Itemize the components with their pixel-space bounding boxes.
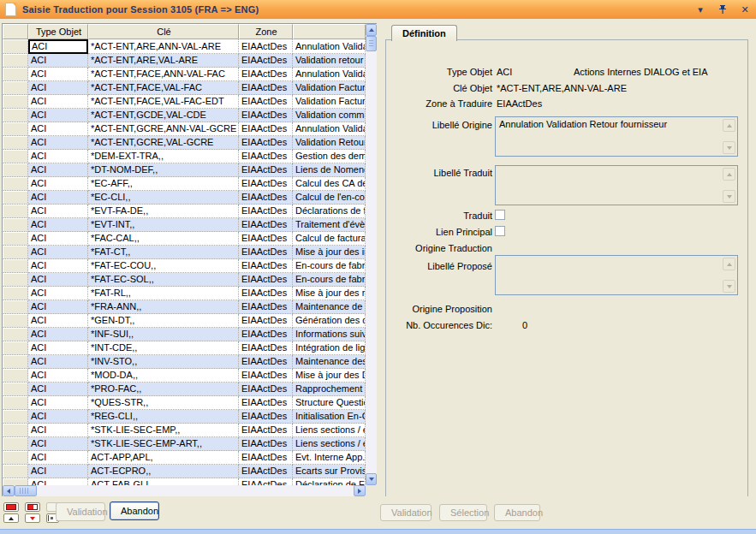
table-row[interactable]: ACI *PRO-FAC,, EIAActDes Rapprochement — [3, 383, 366, 396]
cell-libelle[interactable]: Annulation Valida — [293, 39, 366, 54]
field-scroll-down-icon[interactable] — [723, 280, 735, 293]
row-selector[interactable] — [3, 54, 28, 68]
cell-libelle[interactable]: Déclaration de F — [293, 478, 366, 485]
cell-type-objet[interactable]: ACI — [28, 287, 88, 300]
cell-cle[interactable]: *EVT-FA-DE,, — [88, 205, 239, 218]
vertical-scrollbar[interactable] — [366, 24, 377, 485]
table-row[interactable]: ACI *FAT-RL,, EIAActDes Mise à jour des … — [3, 287, 366, 300]
cell-zone[interactable]: EIAActDes — [239, 122, 293, 136]
table-row[interactable]: ACI *DT-NOM-DEF,, EIAActDes Liens de Nom… — [3, 163, 366, 177]
table-row[interactable]: ACI *INV-STO,, EIAActDes Maintenance des — [3, 355, 366, 369]
table-row[interactable]: ACI *STK-LIE-SEC-EMP,, EIAActDes Liens s… — [3, 424, 366, 437]
row-selector[interactable] — [3, 465, 28, 478]
cell-zone[interactable]: EIAActDes — [239, 396, 293, 410]
cell-zone[interactable]: EIAActDes — [239, 163, 293, 177]
table-row[interactable]: ACI *ACT-ENT,GCRE,ANN-VAL-GCRE EIAActDes… — [3, 122, 366, 136]
nav-full-bar-button[interactable] — [3, 502, 19, 512]
cell-cle[interactable]: *INV-STO,, — [88, 355, 239, 369]
pin-icon[interactable] — [717, 3, 729, 15]
cell-type-objet[interactable]: ACI — [28, 191, 88, 205]
cell-zone[interactable]: EIAActDes — [239, 424, 293, 437]
cell-libelle[interactable]: Initialisation En-C — [293, 410, 366, 424]
libelle-propose-field[interactable] — [495, 255, 738, 295]
cell-cle[interactable]: *GEN-DT,, — [88, 314, 239, 328]
row-selector[interactable] — [3, 287, 28, 300]
table-row[interactable]: ACI *EVT-FA-DE,, EIAActDes Déclarations … — [3, 205, 366, 218]
cell-cle[interactable]: *ACT-ENT,FACE,VAL-FAC — [88, 81, 239, 95]
table-row[interactable]: ACI *ACT-ENT,GCDE,VAL-CDE EIAActDes Vali… — [3, 109, 366, 122]
table-row[interactable]: ACI *GEN-DT,, EIAActDes Génération des d — [3, 314, 366, 328]
row-selector[interactable] — [3, 451, 28, 465]
cell-type-objet[interactable]: ACI — [28, 328, 88, 341]
table-row[interactable]: ACI *ACT-ENT,ARE,ANN-VAL-ARE EIAActDes A… — [3, 39, 366, 54]
cell-zone[interactable]: EIAActDes — [239, 287, 293, 300]
table-row[interactable]: ACI *FAT-CT,, EIAActDes Mise à jour des … — [3, 246, 366, 259]
cell-type-objet[interactable]: ACI — [28, 150, 88, 163]
cell-zone[interactable]: EIAActDes — [239, 246, 293, 259]
cell-type-objet[interactable]: ACI — [28, 478, 88, 485]
cell-zone[interactable]: EIAActDes — [239, 314, 293, 328]
cell-zone[interactable]: EIAActDes — [239, 191, 293, 205]
cell-zone[interactable]: EIAActDes — [239, 341, 293, 355]
libelle-traduit-field[interactable] — [495, 165, 738, 205]
cell-cle[interactable]: *ACT-ENT,GCRE,VAL-GCRE — [88, 136, 239, 150]
field-scroll-up-icon[interactable] — [723, 258, 735, 270]
cell-cle[interactable]: *EC-CLI,, — [88, 191, 239, 205]
cell-cle[interactable]: *FAT-EC-SOL,, — [88, 273, 239, 287]
cell-libelle[interactable]: Traitement d'évèn — [293, 218, 366, 232]
cell-type-objet[interactable]: ACI — [28, 259, 88, 273]
cell-cle[interactable]: *ACT-ENT,ARE,VAL-ARE — [88, 54, 239, 68]
row-selector[interactable] — [3, 150, 28, 163]
row-selector[interactable] — [3, 177, 28, 191]
cell-zone[interactable]: EIAActDes — [239, 150, 293, 163]
table-row[interactable]: ACI *DEM-EXT-TRA,, EIAActDes Gestion des… — [3, 150, 366, 163]
scroll-right-button[interactable] — [354, 485, 366, 496]
cell-zone[interactable]: EIAActDes — [239, 383, 293, 396]
table-row[interactable]: ACI *MOD-DA,, EIAActDes Mise à jour des … — [3, 369, 366, 383]
traduit-checkbox[interactable] — [495, 210, 505, 220]
cell-libelle[interactable]: Calcul de l'en-cou — [293, 191, 366, 205]
table-row[interactable]: ACI *ACT-ENT,ARE,VAL-ARE EIAActDes Valid… — [3, 54, 366, 68]
cell-zone[interactable]: EIAActDes — [239, 95, 293, 109]
cell-zone[interactable]: EIAActDes — [239, 39, 293, 54]
cell-zone[interactable]: EIAActDes — [239, 437, 293, 451]
horizontal-scroll-thumb[interactable] — [15, 485, 37, 496]
cell-type-objet[interactable]: ACI — [28, 218, 88, 232]
table-row[interactable]: ACI *EC-AFF,, EIAActDes Calcul des CA de — [3, 177, 366, 191]
row-selector[interactable] — [3, 95, 28, 109]
cell-libelle[interactable]: Validation Facture — [293, 81, 366, 95]
cell-libelle[interactable]: Informations suivi — [293, 328, 366, 341]
cell-libelle[interactable]: Validation Retour — [293, 136, 366, 150]
cell-libelle[interactable]: Evt. Interne App. — [293, 451, 366, 465]
cell-type-objet[interactable]: ACI — [28, 109, 88, 122]
cell-libelle[interactable]: En-cours de fabri — [293, 259, 366, 273]
cell-cle[interactable]: *QUES-STR,, — [88, 396, 239, 410]
cell-zone[interactable]: EIAActDes — [239, 259, 293, 273]
cell-type-objet[interactable]: ACI — [28, 369, 88, 383]
row-selector[interactable] — [3, 437, 28, 451]
cell-libelle[interactable]: Liens sections / e — [293, 424, 366, 437]
cell-libelle[interactable]: Annulation Valida — [293, 68, 366, 81]
cell-cle[interactable]: *EVT-INT,, — [88, 218, 239, 232]
row-selector[interactable] — [3, 246, 28, 259]
cell-libelle[interactable]: Validation Facture — [293, 95, 366, 109]
cell-zone[interactable]: EIAActDes — [239, 218, 293, 232]
cell-libelle[interactable]: Validation comma — [293, 109, 366, 122]
cell-libelle[interactable]: Annulation Valida — [293, 122, 366, 136]
row-selector[interactable] — [3, 205, 28, 218]
cell-libelle[interactable]: Validation retour f — [293, 54, 366, 68]
cell-zone[interactable]: EIAActDes — [239, 136, 293, 150]
lien-principal-checkbox[interactable] — [495, 226, 505, 236]
cell-zone[interactable]: EIAActDes — [239, 465, 293, 478]
cell-type-objet[interactable]: ACI — [28, 177, 88, 191]
cell-cle[interactable]: *ACT-ENT,GCDE,VAL-CDE — [88, 109, 239, 122]
row-selector[interactable] — [3, 259, 28, 273]
cell-cle[interactable]: *EC-AFF,, — [88, 177, 239, 191]
table-row[interactable]: ACI ACT-FAB-GLI EIAActDes Déclaration de… — [3, 478, 366, 485]
cell-zone[interactable]: EIAActDes — [239, 410, 293, 424]
cell-cle[interactable]: *MOD-DA,, — [88, 369, 239, 383]
table-row[interactable]: ACI *EVT-INT,, EIAActDes Traitement d'év… — [3, 218, 366, 232]
cell-zone[interactable]: EIAActDes — [239, 451, 293, 465]
cell-type-objet[interactable]: ACI — [28, 465, 88, 478]
cell-zone[interactable]: EIAActDes — [239, 328, 293, 341]
